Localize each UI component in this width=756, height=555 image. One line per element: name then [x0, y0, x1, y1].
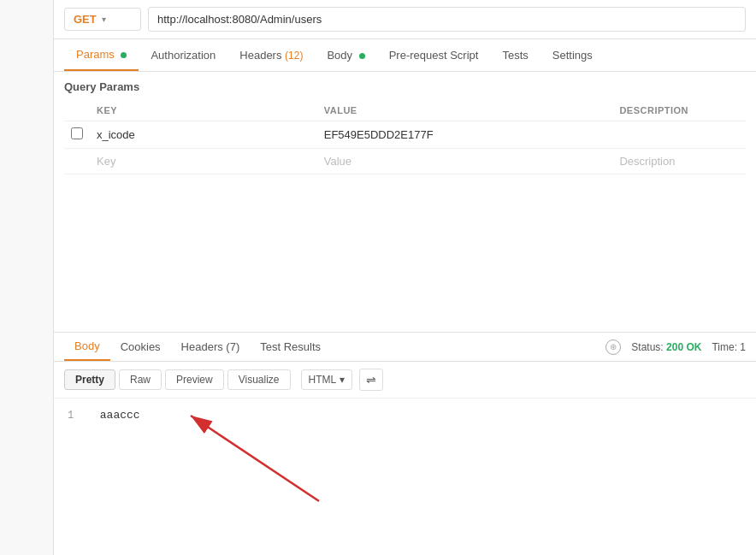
globe-icon: ⊕: [605, 339, 621, 355]
tab-params[interactable]: Params: [64, 39, 139, 71]
query-params-section: Query Params KEY VALUE DESCRIPTION: [54, 72, 756, 174]
row-description: [612, 121, 746, 149]
tab-headers[interactable]: Headers (12): [227, 40, 315, 70]
time-text: Time: 1: [712, 341, 746, 353]
col-key-header: KEY: [90, 100, 317, 121]
new-row: Key Value Description: [64, 149, 746, 174]
sidebar: [0, 0, 54, 555]
method-dropdown[interactable]: GET ▾: [64, 8, 141, 31]
status-text: Status: 200 OK: [631, 341, 701, 353]
svg-line-1: [191, 416, 319, 501]
response-format-row: Pretty Raw Preview Visualize HTML ▾ ⇌: [54, 362, 756, 399]
col-value-header: VALUE: [317, 100, 613, 121]
format-btn-preview[interactable]: Preview: [165, 369, 224, 390]
wrap-button[interactable]: ⇌: [359, 369, 383, 391]
body-dot: [359, 53, 365, 59]
request-bar: GET ▾: [54, 0, 756, 39]
status-value: 200 OK: [666, 341, 701, 353]
code-area: 1 aaaccc: [54, 399, 756, 555]
format-type-label: HTML: [309, 374, 337, 386]
new-value-placeholder: Value: [324, 155, 351, 168]
tab-pre-request[interactable]: Pre-request Script: [377, 40, 491, 70]
lower-section: Body Cookies Headers (7) Test Results ⊕ …: [54, 333, 756, 555]
url-input[interactable]: [148, 7, 746, 32]
tab-tests[interactable]: Tests: [490, 40, 540, 70]
response-tab-cookies[interactable]: Cookies: [110, 334, 171, 360]
response-tab-test-results[interactable]: Test Results: [250, 334, 331, 360]
response-tabs: Body Cookies Headers (7) Test Results ⊕ …: [54, 333, 756, 362]
request-tabs: Params Authorization Headers (12) Body P…: [54, 39, 756, 72]
arrow-svg: [174, 407, 345, 510]
format-btn-visualize[interactable]: Visualize: [227, 369, 291, 390]
format-btn-pretty[interactable]: Pretty: [64, 369, 115, 390]
new-desc-placeholder: Description: [619, 155, 675, 168]
line-number-1: 1: [68, 410, 93, 422]
tab-authorization[interactable]: Authorization: [139, 40, 227, 70]
response-tab-headers[interactable]: Headers (7): [171, 334, 251, 360]
wrap-icon: ⇌: [366, 373, 376, 387]
tab-settings[interactable]: Settings: [540, 40, 605, 70]
new-key-placeholder: Key: [97, 155, 115, 168]
method-chevron-icon: ▾: [102, 15, 106, 24]
format-type-dropdown[interactable]: HTML ▾: [301, 369, 353, 390]
response-tab-body[interactable]: Body: [64, 333, 110, 361]
code-line-1: 1 aaaccc: [68, 409, 742, 422]
row-key: x_icode: [90, 121, 317, 149]
content-area: GET ▾ Params Authorization Headers (12) …: [54, 0, 756, 555]
params-dot: [121, 52, 127, 58]
table-row: x_icode EF549E5DDD2E177F: [64, 121, 746, 149]
tab-body[interactable]: Body: [315, 40, 376, 70]
format-btn-raw[interactable]: Raw: [119, 369, 162, 390]
params-table: KEY VALUE DESCRIPTION x_icode EF549E5DDD…: [64, 100, 746, 174]
response-status: ⊕ Status: 200 OK Time: 1: [605, 339, 746, 355]
query-params-title: Query Params: [64, 80, 746, 93]
method-label: GET: [74, 13, 97, 26]
col-desc-header: DESCRIPTION: [612, 100, 746, 121]
upper-section: Query Params KEY VALUE DESCRIPTION: [54, 72, 756, 333]
row-checkbox[interactable]: [71, 127, 83, 139]
row-value: EF549E5DDD2E177F: [317, 121, 613, 149]
code-content-1: aaaccc: [100, 409, 140, 422]
format-chevron-icon: ▾: [340, 374, 345, 386]
col-check-header: [64, 100, 90, 121]
